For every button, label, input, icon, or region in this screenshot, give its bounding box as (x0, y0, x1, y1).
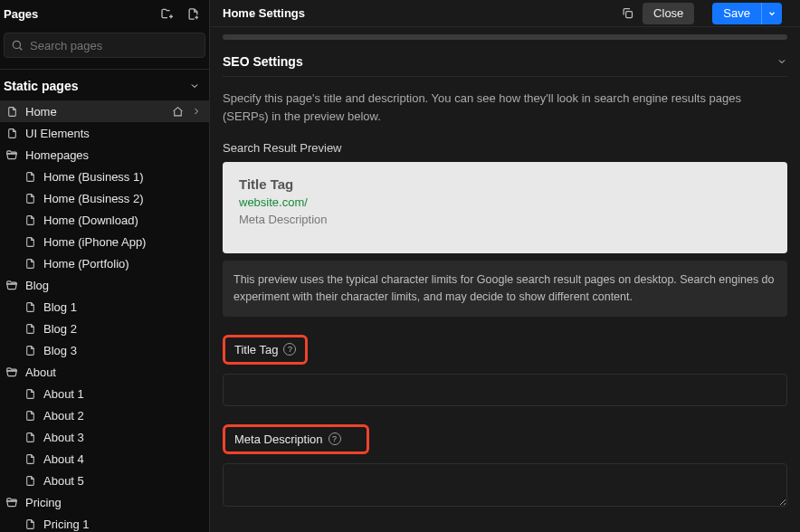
save-caret-button[interactable] (761, 3, 782, 24)
page-label: Blog 2 (43, 322, 202, 336)
page-icon (24, 193, 36, 204)
sidebar-title: Pages (4, 7, 38, 21)
page-icon (24, 388, 36, 400)
page-label: Home (Business 1) (43, 170, 202, 184)
pages-tree: Home UI Elements Homepages (0, 100, 209, 532)
page-row[interactable]: About 1 (0, 383, 209, 404)
folder-label: Homepages (25, 148, 202, 162)
sidebar-header-actions (160, 6, 200, 21)
home-icon (172, 106, 184, 118)
settings-title: Home Settings (223, 6, 305, 20)
svg-point-0 (13, 41, 20, 48)
chevron-down-icon (776, 56, 787, 67)
search-icon (11, 39, 24, 52)
page-row[interactable]: Pricing 1 (0, 513, 209, 532)
page-label: About 3 (43, 431, 202, 444)
page-label: Home (25, 105, 165, 119)
page-row[interactable]: Blog 3 (0, 339, 209, 361)
settings-panel: Home Settings Close Save SEO Settings Sp… (210, 0, 800, 532)
page-label: Home (Business 2) (43, 192, 202, 205)
search-input[interactable] (4, 33, 205, 58)
seo-description: Specify this page's title and descriptio… (223, 90, 787, 125)
page-row[interactable]: About 2 (0, 404, 209, 426)
page-icon (5, 106, 18, 118)
help-icon[interactable]: ? (283, 343, 296, 356)
settings-content[interactable]: SEO Settings Specify this page's title a… (210, 27, 800, 532)
title-tag-input[interactable] (223, 374, 787, 406)
page-label: About 5 (43, 474, 202, 488)
static-pages-label: Static pages (4, 79, 78, 93)
page-icon (24, 475, 36, 487)
serp-note: This preview uses the typical character … (223, 261, 787, 317)
page-row-ui-elements[interactable]: UI Elements (0, 122, 209, 144)
chevron-right-icon[interactable] (191, 106, 202, 118)
meta-desc-label-row: Meta Description ? (223, 424, 787, 454)
page-row[interactable]: Blog 2 (0, 318, 209, 339)
page-label: Home (Download) (43, 214, 202, 227)
folder-row-blog[interactable]: Blog (0, 274, 209, 296)
page-icon (24, 171, 36, 183)
help-icon[interactable]: ? (329, 432, 341, 445)
page-icon (24, 258, 36, 270)
new-folder-icon[interactable] (160, 6, 175, 21)
page-icon (24, 432, 36, 443)
page-icon (5, 128, 18, 139)
folder-row-about[interactable]: About (0, 361, 209, 383)
folder-row-homepages[interactable]: Homepages (0, 144, 209, 166)
folder-label: Pricing (25, 496, 202, 509)
meta-description-label: Meta Description (234, 432, 323, 446)
pages-sidebar: Pages Static pages Hom (0, 0, 210, 532)
folder-open-icon (5, 496, 18, 508)
page-row[interactable]: About 3 (0, 426, 209, 448)
page-label: About 2 (43, 409, 202, 423)
serp-title: Title Tag (239, 176, 771, 192)
page-row[interactable]: Blog 1 (0, 296, 209, 318)
search-wrap (0, 27, 209, 63)
title-tag-label: Title Tag (234, 343, 278, 356)
meta-description-input[interactable] (223, 463, 787, 507)
chevron-down-icon (189, 81, 200, 91)
save-button[interactable]: Save (712, 3, 761, 24)
page-label: Home (iPhone App) (43, 235, 202, 249)
page-row[interactable]: Home (Download) (0, 209, 209, 231)
seo-section-header[interactable]: SEO Settings (223, 47, 787, 77)
meta-desc-highlight: Meta Description ? (223, 424, 369, 454)
folder-open-icon (5, 148, 18, 161)
page-icon (24, 323, 36, 335)
page-icon (24, 301, 36, 313)
copy-icon[interactable] (619, 5, 635, 22)
header-actions: Close Save (619, 3, 793, 24)
scroll-indicator (223, 34, 787, 40)
svg-rect-1 (625, 12, 632, 18)
seo-section-body: Specify this page's title and descriptio… (223, 77, 787, 532)
page-icon (24, 453, 36, 465)
save-button-group: Save (701, 3, 793, 24)
page-label: UI Elements (25, 127, 202, 140)
sitemap-label: Sitemap Indexing (223, 529, 787, 533)
page-row[interactable]: About 5 (0, 470, 209, 491)
page-label: About 4 (43, 452, 202, 466)
page-icon (24, 236, 36, 248)
page-label: About 1 (43, 387, 202, 401)
serp-meta: Meta Description (239, 213, 771, 226)
page-row-home[interactable]: Home (0, 100, 209, 122)
page-row[interactable]: Home (Business 2) (0, 187, 209, 209)
static-pages-heading[interactable]: Static pages (0, 70, 209, 100)
page-label: Pricing 1 (43, 518, 202, 531)
page-row[interactable]: Home (Portfolio) (0, 252, 209, 274)
page-row[interactable]: About 4 (0, 448, 209, 470)
new-page-icon[interactable] (186, 6, 200, 21)
page-icon (24, 518, 36, 530)
close-button[interactable]: Close (643, 3, 694, 24)
page-row[interactable]: Home (Business 1) (0, 166, 209, 187)
serp-url: website.com/ (239, 195, 771, 209)
page-icon (24, 214, 36, 226)
page-label: Home (Portfolio) (43, 257, 202, 271)
row-trailing (172, 106, 202, 118)
folder-open-icon (5, 279, 18, 291)
title-tag-label-row: Title Tag ? (223, 335, 787, 365)
page-row[interactable]: Home (iPhone App) (0, 231, 209, 252)
folder-row-pricing[interactable]: Pricing (0, 491, 209, 513)
page-label: Blog 3 (43, 344, 202, 357)
serp-preview: Title Tag website.com/ Meta Description (223, 162, 787, 253)
